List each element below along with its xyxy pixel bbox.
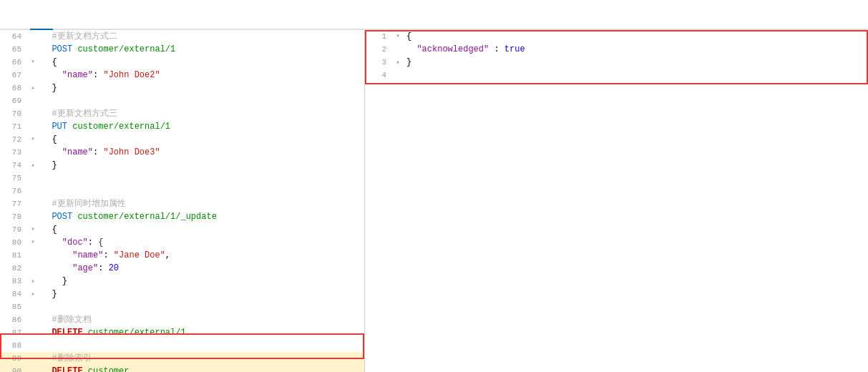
line-content: #删除文档 — [39, 313, 364, 326]
line-number: 79 — [0, 223, 27, 236]
editor-line[interactable]: 65 POST customer/external/1 — [0, 43, 364, 56]
output-line-number: 3 — [365, 56, 392, 69]
line-number: 84 — [0, 288, 27, 300]
output-line-number: 4 — [365, 69, 392, 82]
line-number: 88 — [0, 339, 27, 352]
line-content: POST customer/external/1/_update — [39, 210, 364, 223]
editor-line[interactable]: 71 PUT customer/external/1 — [0, 120, 364, 133]
line-content: "name": "John Doe2" — [39, 69, 364, 82]
editor-line[interactable]: 87 DELETE customer/external/1 — [0, 326, 364, 339]
output-line: 4 — [365, 69, 868, 82]
editor-line[interactable]: 85 — [0, 300, 364, 313]
editor-line[interactable]: 82 "age": 20 — [0, 262, 364, 275]
editor-line[interactable]: 83▴ } — [0, 275, 364, 288]
line-content: "name": "John Doe3" — [39, 146, 364, 159]
output-gutter: ▾ — [392, 30, 404, 43]
drag-dots-icon: ⋮ — [360, 195, 366, 207]
top-navigation — [0, 0, 868, 30]
output-line: 1▾{ — [365, 30, 868, 43]
line-gutter: ▴ — [27, 159, 39, 172]
editor-line[interactable]: 86 #删除文档 — [0, 313, 364, 326]
line-gutter: ▾ — [27, 56, 39, 69]
line-content: } — [39, 288, 364, 300]
editor-line[interactable]: 90 DELETE customer — [0, 365, 364, 372]
editor-line[interactable]: 81 "name": "Jane Doe", — [0, 249, 364, 262]
line-number: 89 — [0, 352, 27, 365]
line-content: DELETE customer/external/1 — [39, 326, 364, 339]
line-number: 83 — [0, 275, 27, 288]
editor-line[interactable]: 80▾ "doc": { — [0, 236, 364, 249]
line-number: 76 — [0, 185, 27, 197]
line-number: 90 — [0, 365, 27, 372]
editor-line[interactable]: 67 "name": "John Doe2" — [0, 69, 364, 82]
line-content: PUT customer/external/1 — [39, 120, 364, 133]
editor-panel: 64 #更新文档方式二65 POST customer/external/166… — [0, 30, 365, 372]
output-panel: 1▾{2 "acknowledged" : true3▴}4 — [365, 30, 868, 372]
editor-line[interactable]: 78 POST customer/external/1/_update — [0, 210, 364, 223]
line-number: 78 — [0, 210, 27, 223]
line-number: 87 — [0, 326, 27, 339]
line-content: } — [39, 275, 364, 288]
main-content: 64 #更新文档方式二65 POST customer/external/166… — [0, 30, 868, 372]
editor-line[interactable]: 64 #更新文档方式二 — [0, 30, 364, 43]
output-gutter: ▴ — [392, 56, 404, 69]
editor-line[interactable]: 76 — [0, 185, 364, 197]
tab-console[interactable] — [7, 17, 30, 30]
line-number: 82 — [0, 262, 27, 275]
editor-line[interactable]: 77 #更新同时增加属性 — [0, 197, 364, 210]
output-line: 3▴} — [365, 56, 868, 69]
line-content: { — [39, 223, 364, 236]
line-content: POST customer/external/1 — [39, 43, 364, 56]
editor-line[interactable]: 66▾ { — [0, 56, 364, 69]
editor-line[interactable]: 74▴ } — [0, 159, 364, 172]
output-content: { — [404, 30, 868, 43]
line-number: 77 — [0, 197, 27, 210]
output-line: 2 "acknowledged" : true — [365, 43, 868, 56]
editor-line[interactable]: 68▴ } — [0, 82, 364, 94]
editor-line[interactable]: 79▾ { — [0, 223, 364, 236]
line-number: 69 — [0, 94, 27, 107]
tab-grok-debugger[interactable] — [53, 17, 76, 30]
line-gutter: ▴ — [27, 275, 39, 288]
line-number: 75 — [0, 172, 27, 185]
line-number: 86 — [0, 313, 27, 326]
line-gutter: ▾ — [27, 236, 39, 249]
line-content: { — [39, 133, 364, 146]
line-gutter: ▴ — [27, 82, 39, 94]
code-editor[interactable]: 64 #更新文档方式二65 POST customer/external/166… — [0, 30, 364, 372]
line-number: 67 — [0, 69, 27, 82]
line-number: 70 — [0, 107, 27, 120]
output-line-number: 2 — [365, 43, 392, 56]
output-content: "acknowledged" : true — [404, 43, 868, 56]
line-content: "name": "Jane Doe", — [39, 249, 364, 262]
editor-line[interactable]: 69 — [0, 94, 364, 107]
line-content: DELETE customer — [39, 365, 364, 372]
output-content: } — [404, 56, 868, 69]
output-line-number: 1 — [365, 30, 392, 43]
editor-line[interactable]: 70 #更新文档方式三 — [0, 107, 364, 120]
line-number: 66 — [0, 56, 27, 69]
line-number: 81 — [0, 249, 27, 262]
editor-line[interactable]: 75 — [0, 172, 364, 185]
editor-line[interactable]: 84▴ } — [0, 288, 364, 300]
editor-line[interactable]: 89 #删除索引 — [0, 352, 364, 365]
editor-line[interactable]: 73 "name": "John Doe3" — [0, 146, 364, 159]
line-number: 65 — [0, 43, 27, 56]
line-number: 80 — [0, 236, 27, 249]
output-display[interactable]: 1▾{2 "acknowledged" : true3▴}4 — [365, 30, 868, 372]
line-number: 73 — [0, 146, 27, 159]
line-content: } — [39, 159, 364, 172]
editor-line[interactable]: 72▾ { — [0, 133, 364, 146]
tab-search-profiler[interactable] — [30, 17, 53, 30]
line-content: #更新文档方式二 — [39, 30, 364, 43]
line-gutter: ▾ — [27, 223, 39, 236]
line-number: 71 — [0, 120, 27, 133]
line-gutter: ▴ — [27, 288, 39, 300]
line-number: 85 — [0, 300, 27, 313]
line-content: "age": 20 — [39, 262, 364, 275]
line-content: #更新文档方式三 — [39, 107, 364, 120]
editor-line[interactable]: 88 — [0, 339, 364, 352]
line-gutter: ▾ — [27, 133, 39, 146]
line-content: #更新同时增加属性 — [39, 197, 364, 210]
line-content: "doc": { — [39, 236, 364, 249]
